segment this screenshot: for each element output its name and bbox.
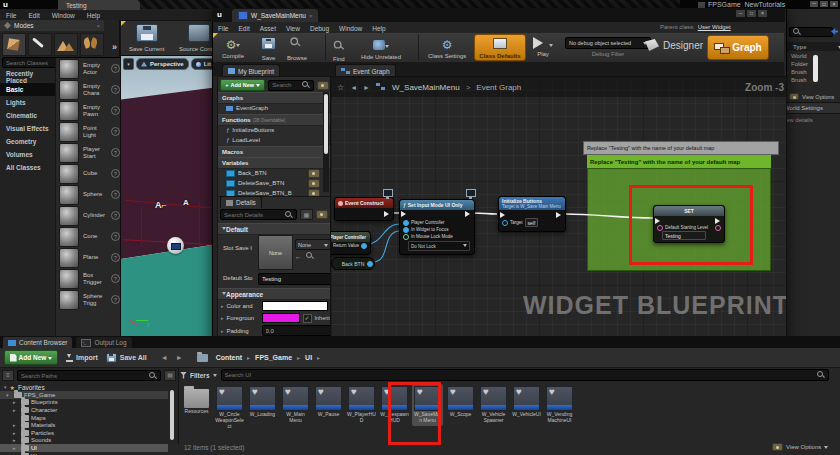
menu-item[interactable]: Debug — [310, 25, 329, 32]
cb-import-button[interactable]: Import — [66, 354, 98, 362]
actor-help-icon[interactable]: ? — [111, 232, 120, 241]
mode-category[interactable]: Cinematic — [0, 109, 55, 122]
pin-icon[interactable] — [361, 243, 367, 249]
player-start-sphere[interactable] — [167, 237, 184, 254]
place-actor-row[interactable]: Empty Actor ? — [56, 58, 120, 79]
modes-overflow-chevron-icon[interactable]: » — [112, 42, 117, 52]
world-settings-tab[interactable]: World Settings — [779, 102, 840, 114]
class-settings-button[interactable]: ⚙ Class Settings — [428, 35, 466, 59]
outliner-row[interactable]: Brush — [791, 77, 808, 85]
play-button[interactable]: Play — [533, 35, 553, 57]
details-visibility-icon[interactable] — [316, 210, 328, 219]
minimize-icon[interactable]: ─ — [736, 10, 745, 17]
asset-tile[interactable]: W_Vehicle Spawner — [478, 384, 509, 426]
exec-out-pin[interactable] — [384, 211, 392, 217]
mouse-lock-dropdown[interactable]: Do Not Lock — [408, 241, 470, 251]
bookmark-star-icon[interactable]: ☆ — [337, 83, 344, 92]
menu-item[interactable]: Help — [372, 25, 385, 32]
menu-item[interactable]: File — [6, 12, 16, 19]
node-get-player-controller[interactable]: Get Player Controller Return Value — [330, 231, 371, 255]
actor-help-icon[interactable]: ? — [111, 127, 120, 136]
menu-item[interactable]: Window — [339, 25, 362, 32]
menu-item[interactable]: Window — [52, 12, 75, 19]
details-search-input[interactable] — [220, 209, 297, 220]
place-actor-row[interactable]: Point Light ? — [56, 121, 120, 142]
grid-view-icon[interactable]: ▦ — [300, 209, 313, 220]
pin-icon[interactable] — [403, 220, 409, 226]
find-button[interactable]: Find — [333, 36, 345, 62]
pin-icon[interactable] — [367, 261, 373, 267]
tree-folder-row[interactable]: ▸ Character — [0, 406, 168, 414]
actor-help-icon[interactable]: ? — [111, 190, 120, 199]
outliner-search-input[interactable] — [789, 27, 833, 37]
viewport-options-icon[interactable]: ▾ — [123, 58, 134, 70]
menu-item[interactable]: Asset — [260, 25, 276, 32]
expander-icon[interactable]: ▸ — [221, 315, 224, 321]
asset-tile[interactable]: W_Vending MachineUI — [544, 384, 575, 426]
pin-icon[interactable] — [403, 227, 409, 233]
place-actor-row[interactable]: Empty Chara ? — [56, 79, 120, 100]
output-log-tab[interactable]: ›_ Output Log — [75, 336, 132, 348]
close-icon[interactable]: × — [830, 1, 838, 7]
cb-back-icon[interactable]: ◄ — [161, 354, 168, 361]
debug-object-dropdown[interactable]: No debug object selected — [565, 37, 651, 49]
scrollbar-track[interactable] — [323, 92, 329, 192]
bp-asset-tab[interactable]: W_SaveMainMenu × — [232, 9, 318, 22]
cb-view-options[interactable]: View Options — [772, 443, 828, 451]
asset-tile[interactable]: W_Circle WeaponSelect — [214, 384, 245, 431]
actor-help-icon[interactable]: ? — [111, 148, 120, 157]
filters-button[interactable]: Filters — [180, 371, 217, 379]
mode-paint-icon[interactable] — [28, 33, 52, 56]
use-selected-icon[interactable]: ← — [295, 253, 302, 260]
event-graph-canvas[interactable]: Replace "Testing" with the name of your … — [330, 76, 787, 347]
outliner-scrollbar[interactable] — [813, 55, 818, 82]
expander-icon[interactable]: ▸ — [13, 422, 19, 428]
place-actor-row[interactable]: Sphere Trigg ? — [56, 289, 120, 310]
cb-save-all-button[interactable]: Save All — [106, 353, 147, 363]
exec-out-pin[interactable] — [556, 212, 564, 218]
browse-to-icon[interactable] — [306, 252, 314, 260]
crumb-ui[interactable]: UI — [305, 354, 312, 361]
place-actor-row[interactable]: Empty Pawn ? — [56, 100, 120, 121]
designer-button[interactable]: Designer — [645, 39, 703, 51]
variable-visibility-icon[interactable] — [308, 179, 320, 188]
nav-back-icon[interactable]: ◄ — [350, 84, 357, 91]
appearance-section-header[interactable]: Appearance — [218, 288, 337, 300]
variable-row[interactable]: Back_BTN — [218, 168, 323, 178]
expander-icon[interactable]: ▸ — [13, 399, 19, 405]
variable-visibility-icon[interactable] — [308, 169, 320, 178]
list-view-icon[interactable]: ▤ — [164, 370, 176, 381]
expander-icon[interactable]: ▸ — [13, 437, 19, 443]
menu-item[interactable]: File — [218, 25, 228, 32]
main-level-tab[interactable]: Testing — [58, 0, 140, 10]
browse-button[interactable]: Browse — [287, 36, 307, 61]
maximize-icon[interactable]: □ — [820, 1, 828, 7]
tab-close-icon[interactable]: × — [309, 13, 313, 19]
content-browser-tab[interactable]: Content Browser — [2, 336, 73, 348]
mode-landscape-icon[interactable] — [54, 33, 78, 56]
crumb-content[interactable]: Content — [216, 354, 242, 361]
asset-tile[interactable]: W_Scope — [445, 384, 476, 420]
tree-folder-row[interactable]: Maps — [0, 414, 168, 422]
actor-help-icon[interactable]: ? — [111, 274, 120, 283]
menu-item[interactable]: View — [286, 25, 300, 32]
place-actor-row[interactable]: Cylinder ? — [56, 205, 120, 226]
sources-toggle-icon[interactable]: ≡ — [2, 370, 14, 381]
modes-tab-close-icon[interactable]: × — [96, 23, 100, 29]
graph-button[interactable]: Graph — [707, 35, 769, 60]
breadcrumb-root[interactable]: W_SaveMainMenu — [392, 83, 460, 92]
actor-help-icon[interactable]: ? — [111, 169, 120, 178]
viewport-perspective-button[interactable]: Perspective — [136, 58, 189, 70]
tree-folder-row[interactable]: ▸ Sounds — [0, 437, 168, 445]
expander-icon[interactable]: ▸ — [221, 303, 224, 309]
cb-forward-icon[interactable]: ► — [176, 354, 183, 361]
search-assets-input[interactable] — [221, 369, 829, 381]
variable-row[interactable]: DeleteSave_BTN — [218, 178, 323, 188]
actor-help-icon[interactable]: ? — [111, 64, 120, 73]
actor-help-icon[interactable]: ? — [111, 85, 120, 94]
menu-item[interactable]: Help — [87, 12, 100, 19]
save-current-button[interactable]: Save Current — [129, 24, 164, 52]
outliner-row[interactable]: Folder — [791, 61, 808, 69]
breadcrumb-leaf[interactable]: Event Graph — [476, 83, 521, 92]
mode-category[interactable]: Visual Effects — [0, 122, 55, 135]
